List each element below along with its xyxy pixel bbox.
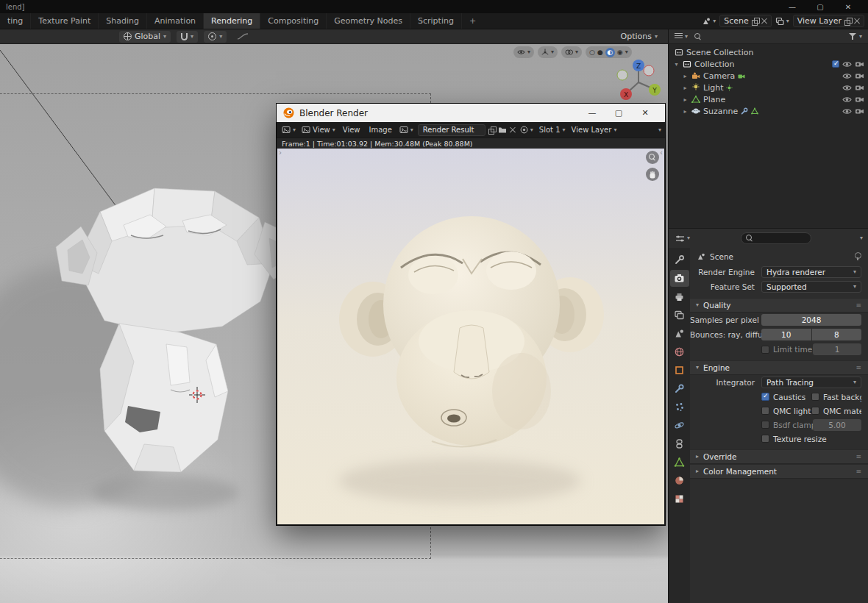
scene-browse-dropdown[interactable]: ▾ <box>700 15 717 27</box>
feature-set-dropdown[interactable]: Supported ▾ <box>761 281 861 293</box>
expand-caret[interactable]: ▸ <box>682 96 689 103</box>
region-toggle-right[interactable]: ‹ <box>660 149 663 157</box>
remove-view-layer-icon[interactable] <box>854 18 860 24</box>
panel-grip-icon[interactable]: ≡ <box>855 302 862 309</box>
caustics-checkbox[interactable] <box>761 393 769 401</box>
outliner-search-icon[interactable] <box>694 33 702 40</box>
properties-tab-object-data[interactable] <box>670 454 689 471</box>
render-canvas[interactable]: › ‹ <box>277 149 664 524</box>
render-close-button[interactable]: ✕ <box>632 108 658 118</box>
unlink-image-icon[interactable] <box>510 127 516 133</box>
properties-tab-modifiers[interactable] <box>670 380 689 397</box>
properties-tab-world[interactable] <box>670 343 689 360</box>
layer-dropdown[interactable]: View Layer ▾ <box>570 124 619 136</box>
gizmo-x-label[interactable]: X <box>624 91 628 99</box>
render-engine-dropdown[interactable]: Hydra renderer ▾ <box>761 266 861 278</box>
region-toggle-left[interactable]: › <box>279 149 282 157</box>
workspace-tab-texture-paint[interactable]: Texture Paint <box>31 13 99 29</box>
gizmo-y-label[interactable]: Y <box>652 87 657 94</box>
hide-eye-icon[interactable] <box>842 108 852 115</box>
object-visibility-dropdown[interactable]: ▾ <box>513 46 534 58</box>
falloff-curve-icon[interactable] <box>232 31 253 43</box>
fast-background-checkbox[interactable] <box>811 393 819 401</box>
panel-override[interactable]: ▸ Override ≡ <box>690 449 868 464</box>
proportional-editing-dropdown[interactable]: ▾ <box>204 31 227 43</box>
outliner-row-plane[interactable]: ▸ Plane <box>669 93 868 105</box>
hide-eye-icon[interactable] <box>842 85 852 91</box>
qmc-lights-checkbox[interactable] <box>761 407 769 415</box>
add-workspace-button[interactable]: + <box>462 13 483 29</box>
new-image-icon[interactable] <box>488 126 495 134</box>
expand-caret[interactable]: ▸ <box>682 108 689 115</box>
header-overflow-caret[interactable]: ▾ <box>658 127 661 133</box>
view-layer-selector[interactable]: View Layer <box>793 15 864 27</box>
properties-editor-type-dropdown[interactable]: ▾ <box>674 232 691 245</box>
outliner-row-camera[interactable]: ▸ Camera <box>669 70 868 82</box>
options-dropdown[interactable]: Options ▾ <box>616 31 662 43</box>
hide-eye-icon[interactable] <box>842 96 852 103</box>
bounces-diffuse-field[interactable]: 8 <box>812 329 862 340</box>
render-window[interactable]: Blender Render — ▢ ✕ ▾ View ▾ View Image… <box>276 103 666 526</box>
qmc-materials-checkbox[interactable] <box>811 407 819 415</box>
render-visibility-icon[interactable] <box>855 61 864 68</box>
properties-tab-tool[interactable] <box>670 251 689 268</box>
close-button[interactable]: ✕ <box>834 3 862 11</box>
snapping-dropdown[interactable]: ▾ <box>177 31 198 43</box>
overlays-dropdown[interactable]: ▾ <box>561 46 582 58</box>
render-visibility-icon[interactable] <box>855 85 864 91</box>
render-visibility-icon[interactable] <box>855 96 864 103</box>
outliner-row-collection[interactable]: ▾ Collection <box>669 58 868 70</box>
shading-solid-button[interactable]: ● <box>597 48 603 57</box>
open-image-folder-icon[interactable] <box>498 126 507 134</box>
panel-grip-icon[interactable]: ≡ <box>855 453 862 460</box>
panel-engine[interactable]: ▾ Engine ≡ <box>690 360 868 375</box>
rendered-suzanne-image[interactable] <box>277 149 664 524</box>
new-scene-icon[interactable] <box>752 18 758 25</box>
expand-caret[interactable]: ▾ <box>673 61 680 68</box>
transform-orientation-dropdown[interactable]: Global ▾ <box>119 31 171 43</box>
workspace-tab-shading[interactable]: Shading <box>99 13 147 29</box>
properties-search-input[interactable] <box>741 232 811 244</box>
editor-type-dropdown[interactable]: ▾ <box>280 124 297 136</box>
shading-wireframe-button[interactable]: ○ <box>589 48 595 57</box>
suzanne-lowpoly-object[interactable] <box>0 169 324 537</box>
workspace-tab-rendering[interactable]: Rendering <box>204 13 260 29</box>
properties-tab-scene[interactable] <box>670 325 689 342</box>
bsdf-clamp-checkbox[interactable] <box>761 421 769 429</box>
workspace-tab-scripting[interactable]: Scripting <box>410 13 462 29</box>
hide-eye-icon[interactable] <box>842 61 852 68</box>
render-window-titlebar[interactable]: Blender Render — ▢ ✕ <box>277 104 665 122</box>
new-view-layer-icon[interactable] <box>844 18 851 25</box>
render-visibility-icon[interactable] <box>855 108 864 115</box>
workspace-tab-geometry-nodes[interactable]: Geometry Nodes <box>327 13 410 29</box>
bsdf-clamp-field[interactable]: 5.00 <box>813 419 861 431</box>
image-mode-dropdown[interactable]: View ▾ <box>300 124 337 136</box>
panel-quality[interactable]: ▾ Quality ≡ <box>690 298 868 313</box>
properties-tab-constraints[interactable] <box>670 435 689 452</box>
panel-grip-icon[interactable]: ≡ <box>855 468 862 475</box>
properties-tab-physics[interactable] <box>670 417 689 434</box>
properties-tab-particles[interactable] <box>670 399 689 415</box>
slot-dropdown[interactable]: Slot 1 ▾ <box>538 124 567 136</box>
maximize-button[interactable]: ▢ <box>806 3 834 11</box>
bounces-ray-field[interactable]: 10 <box>761 329 811 340</box>
panel-color-management[interactable]: ▸ Color Management ≡ <box>690 464 868 479</box>
expand-caret[interactable]: ▸ <box>682 73 689 79</box>
integrator-dropdown[interactable]: Path Tracing ▾ <box>761 377 861 388</box>
image-browse-dropdown[interactable]: ▾ <box>398 124 415 136</box>
outliner-row-scene-collection[interactable]: Scene Collection <box>669 46 868 58</box>
workspace-tab-sculpting[interactable]: ting <box>0 13 31 29</box>
gizmos-dropdown[interactable]: ▾ <box>538 46 558 58</box>
properties-tab-object[interactable] <box>670 362 689 379</box>
display-channels-dropdown[interactable]: ▾ <box>519 124 535 136</box>
properties-tab-render[interactable] <box>670 270 689 287</box>
minimize-button[interactable]: — <box>778 3 806 11</box>
panel-grip-icon[interactable]: ≡ <box>855 364 862 371</box>
gizmo-z-label[interactable]: Z <box>636 63 641 70</box>
image-menu[interactable]: Image <box>366 126 395 134</box>
hide-eye-icon[interactable] <box>842 73 852 79</box>
image-datablock-field[interactable]: Render Result <box>418 124 485 136</box>
pan-hand-icon[interactable] <box>646 168 659 181</box>
outliner-filter-dropdown[interactable]: ▾ <box>847 30 864 43</box>
render-minimize-button[interactable]: — <box>579 108 605 118</box>
